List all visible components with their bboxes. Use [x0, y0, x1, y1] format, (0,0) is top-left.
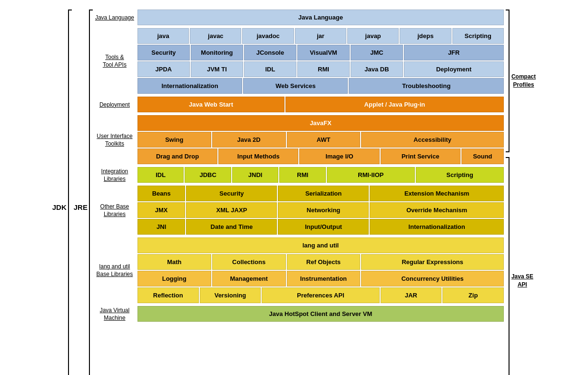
ui-inputmethods: Input Methods	[218, 148, 298, 164]
compact-profiles-label: CompactProfiles	[510, 10, 536, 152]
tool-monitoring: Monitoring	[191, 45, 243, 60]
ob-serialization: Serialization	[278, 186, 369, 201]
ui-swing: Swing	[137, 132, 211, 148]
ob-datetime: Date and Time	[186, 219, 277, 235]
tool-jpda: JPDA	[137, 61, 190, 77]
java-se-api-label: Java SEAPI	[510, 157, 533, 375]
ui-imageio: Image I/O	[299, 148, 379, 164]
tool-jmc: JMC	[351, 45, 403, 60]
tools-label: Tools &Tool APIs	[95, 54, 137, 69]
tool-rmi: RMI	[297, 61, 350, 77]
lu-preferences: Preferences API	[262, 287, 379, 303]
ui-java2d: Java 2D	[212, 132, 286, 148]
tool-javac: javac	[190, 28, 241, 44]
tool-jvmti: JVM TI	[191, 61, 243, 77]
lu-regex: Regular Expressions	[361, 254, 504, 270]
int-scripting: Scripting	[416, 167, 504, 183]
ob-i18n: Internationalization	[370, 219, 504, 235]
ob-io: Input/Output	[278, 219, 369, 235]
tool-scripting: Scripting	[452, 28, 504, 44]
tool-jdeps: jdeps	[400, 28, 451, 44]
tool-java: java	[137, 28, 189, 44]
ob-networking: Networking	[278, 202, 369, 218]
lu-concurrency: Concurrency Utilities	[361, 271, 504, 286]
tool-jar: jar	[295, 28, 346, 44]
javafx-header: JavaFX	[137, 115, 504, 131]
lu-versioning: Versioning	[200, 287, 261, 303]
lu-zip: Zip	[442, 287, 504, 303]
tool-javadoc: javadoc	[242, 28, 294, 44]
lu-management: Management	[212, 271, 286, 286]
lu-math: Math	[137, 254, 211, 270]
tool-visualvm: VisualVM	[297, 45, 350, 60]
tool-javap: javap	[347, 28, 399, 44]
int-jndi: JNDI	[232, 167, 279, 183]
ob-extension: Extension Mechanism	[370, 186, 504, 201]
lang-util-label: lang and utilBase Libraries	[95, 263, 137, 278]
other-base-label: Other BaseLibraries	[95, 203, 137, 218]
java-language-label: Java Language	[95, 14, 137, 22]
int-jdbc: JDBC	[185, 167, 231, 183]
ob-xmljaxp: XML JAXP	[186, 202, 277, 218]
tool-javadb: Java DB	[351, 61, 403, 77]
deployment-label: Deployment	[95, 101, 137, 109]
ob-override: Override Mechanism	[370, 202, 504, 218]
deployment-applet: Applet / Java Plug-in	[285, 97, 504, 112]
lu-jar: JAR	[381, 287, 442, 303]
ui-awt: AWT	[287, 132, 361, 148]
tool-deployment: Deployment	[404, 61, 504, 77]
java-language-header: Java Language	[137, 10, 504, 25]
jvm-content: Java HotSpot Client and Server VM	[137, 306, 504, 322]
lu-reflection: Reflection	[137, 287, 199, 303]
ui-accessibility: Accessibility	[361, 132, 504, 148]
int-rmiiiop: RMI-IIOP	[327, 167, 415, 183]
jre-label: JRE	[74, 203, 88, 211]
tool-idl: IDL	[244, 61, 296, 77]
tool-troubleshooting: Troubleshooting	[349, 78, 503, 94]
tool-webservices: Web Services	[243, 78, 348, 94]
int-idl: IDL	[137, 167, 184, 183]
ob-jni: JNI	[137, 219, 186, 235]
tool-security: Security	[137, 45, 190, 60]
tool-jconsole: JConsole	[244, 45, 296, 60]
int-rmi: RMI	[279, 167, 326, 183]
ui-toolkits-label: User InterfaceToolkits	[95, 133, 137, 148]
integration-label: IntegrationLibraries	[95, 168, 137, 183]
ob-jmx: JMX	[137, 202, 186, 218]
tool-internationalization: Internationalization	[137, 78, 242, 94]
jvm-label: Java VirtualMachine	[95, 307, 137, 322]
ui-draganddrop: Drag and Drop	[137, 148, 217, 164]
ob-security: Security	[186, 186, 277, 201]
ui-printservice: Print Service	[381, 148, 461, 164]
lu-refobjects: Ref Objects	[287, 254, 361, 270]
deployment-webstart: Java Web Start	[137, 97, 284, 112]
ob-beans: Beans	[137, 186, 186, 201]
lu-logging: Logging	[137, 271, 211, 286]
lu-instrumentation: Instrumentation	[287, 271, 361, 286]
jdk-label: JDK	[52, 203, 67, 211]
ui-sound: Sound	[461, 148, 504, 164]
lang-util-header: lang and util	[137, 237, 504, 253]
tool-jfr: JFR	[404, 45, 504, 60]
lu-collections: Collections	[212, 254, 286, 270]
